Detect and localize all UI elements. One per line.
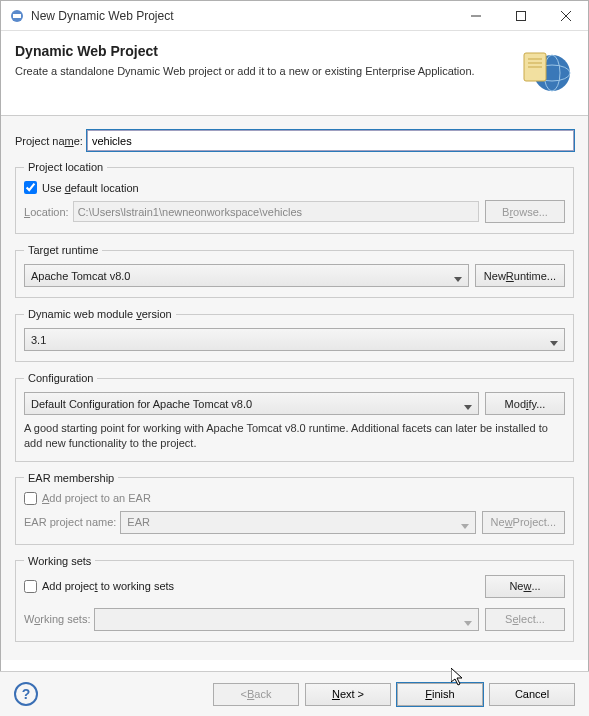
project-name-input[interactable]	[87, 130, 574, 151]
ear-legend: EAR membership	[24, 472, 118, 484]
working-sets-group: Working sets Add project to working sets…	[15, 555, 574, 642]
svg-rect-1	[13, 14, 21, 18]
add-to-ear-input[interactable]	[24, 492, 37, 505]
use-default-checkbox-input[interactable]	[24, 181, 37, 194]
target-runtime-legend: Target runtime	[24, 244, 102, 256]
svg-marker-14	[550, 341, 558, 346]
minimize-button[interactable]	[453, 1, 498, 30]
new-runtime-button[interactable]: New Runtime...	[475, 264, 565, 287]
back-button: < Back	[213, 683, 299, 706]
ear-name-value: EAR	[127, 516, 150, 528]
project-name-label: Project name:	[15, 135, 83, 147]
working-sets-label: Working sets:	[24, 613, 90, 625]
project-name-row: Project name:	[15, 130, 574, 151]
project-location-legend: Project location	[24, 161, 107, 173]
ear-name-label: EAR project name:	[24, 516, 116, 528]
titlebar: New Dynamic Web Project	[1, 1, 588, 31]
configuration-desc: A good starting point for working with A…	[24, 421, 565, 451]
chevron-down-icon	[464, 617, 472, 629]
app-icon	[9, 8, 25, 24]
add-to-ear-checkbox[interactable]: Add project to an EAR	[24, 492, 565, 505]
window-title: New Dynamic Web Project	[31, 9, 453, 23]
svg-marker-16	[461, 524, 469, 529]
target-runtime-group: Target runtime Apache Tomcat v8.0 New Ru…	[15, 244, 574, 298]
new-working-set-button[interactable]: New...	[485, 575, 565, 598]
footer: ? < Back Next > Finish Cancel	[0, 671, 589, 716]
banner-title: Dynamic Web Project	[15, 43, 510, 59]
select-working-sets-button: Select...	[485, 608, 565, 631]
new-ear-project-button: New Project...	[482, 511, 565, 534]
cancel-button[interactable]: Cancel	[489, 683, 575, 706]
location-input	[73, 201, 479, 222]
svg-marker-15	[464, 405, 472, 410]
configuration-legend: Configuration	[24, 372, 97, 384]
ear-group: EAR membership Add project to an EAR EAR…	[15, 472, 574, 545]
working-sets-legend: Working sets	[24, 555, 95, 567]
add-to-ear-label: Add project to an EAR	[42, 492, 151, 504]
chevron-down-icon	[461, 520, 469, 532]
browse-button: Browse...	[485, 200, 565, 223]
module-version-legend: Dynamic web module version	[24, 308, 176, 320]
svg-marker-17	[464, 621, 472, 626]
content: Project name: Project location Use defau…	[1, 116, 588, 660]
svg-rect-3	[516, 11, 525, 20]
module-version-select[interactable]: 3.1	[24, 328, 565, 351]
finish-button[interactable]: Finish	[397, 683, 483, 706]
project-location-group: Project location Use default location Lo…	[15, 161, 574, 234]
banner-icon	[518, 43, 574, 99]
maximize-button[interactable]	[498, 1, 543, 30]
add-to-working-sets-input[interactable]	[24, 580, 37, 593]
use-default-label: Use default location	[42, 182, 139, 194]
svg-marker-13	[454, 277, 462, 282]
add-to-working-sets-label: Add project to working sets	[42, 580, 174, 592]
chevron-down-icon	[454, 273, 462, 285]
target-runtime-value: Apache Tomcat v8.0	[31, 270, 130, 282]
help-button[interactable]: ?	[14, 682, 38, 706]
modify-button[interactable]: Modify...	[485, 392, 565, 415]
ear-name-select: EAR	[120, 511, 475, 534]
configuration-value: Default Configuration for Apache Tomcat …	[31, 398, 252, 410]
configuration-group: Configuration Default Configuration for …	[15, 372, 574, 462]
location-label: Location:	[24, 206, 69, 218]
module-version-value: 3.1	[31, 334, 46, 346]
configuration-select[interactable]: Default Configuration for Apache Tomcat …	[24, 392, 479, 415]
working-sets-select	[94, 608, 479, 631]
banner-desc: Create a standalone Dynamic Web project …	[15, 65, 510, 77]
next-button[interactable]: Next >	[305, 683, 391, 706]
chevron-down-icon	[464, 401, 472, 413]
banner: Dynamic Web Project Create a standalone …	[1, 31, 588, 116]
use-default-location-checkbox[interactable]: Use default location	[24, 181, 565, 194]
add-to-working-sets-checkbox[interactable]: Add project to working sets	[24, 580, 479, 593]
target-runtime-select[interactable]: Apache Tomcat v8.0	[24, 264, 469, 287]
module-version-group: Dynamic web module version 3.1	[15, 308, 574, 362]
close-button[interactable]	[543, 1, 588, 30]
chevron-down-icon	[550, 337, 558, 349]
